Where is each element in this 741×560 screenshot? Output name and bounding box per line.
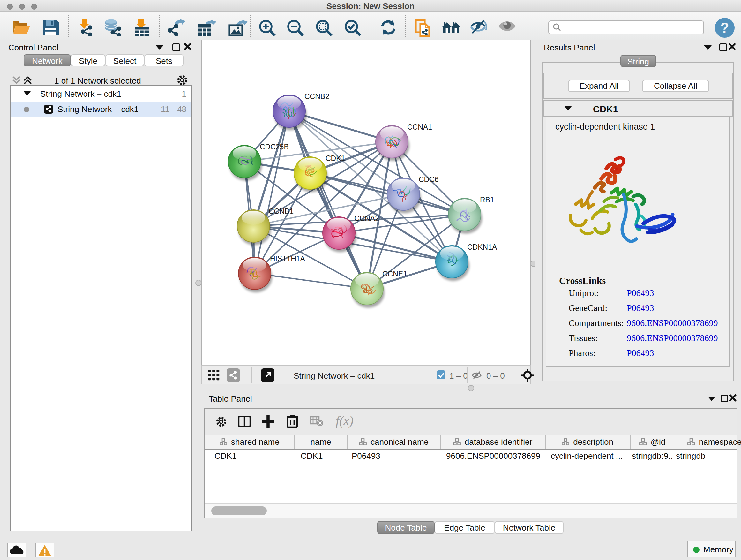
svg-text:CDKN1A: CDKN1A bbox=[467, 243, 497, 251]
svg-text:HIST1H1A: HIST1H1A bbox=[270, 254, 306, 263]
svg-text:CCNE1: CCNE1 bbox=[382, 270, 407, 278]
svg-text:RB1: RB1 bbox=[480, 196, 494, 204]
svg-text:CCNB1: CCNB1 bbox=[269, 207, 293, 215]
svg-text:?: ? bbox=[721, 20, 729, 36]
svg-text:CDC25B: CDC25B bbox=[260, 143, 289, 151]
svg-text:CDK1: CDK1 bbox=[326, 154, 345, 163]
svg-text:CDC6: CDC6 bbox=[419, 175, 439, 184]
svg-text:CCNA2: CCNA2 bbox=[354, 214, 379, 223]
svg-text:CCNB2: CCNB2 bbox=[305, 92, 329, 101]
svg-text:CCNA1: CCNA1 bbox=[407, 123, 432, 131]
